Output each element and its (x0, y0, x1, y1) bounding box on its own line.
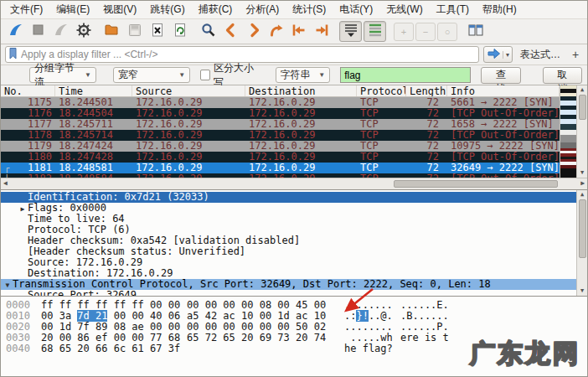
cell-protocol: TCP (357, 130, 406, 141)
packet-row-1176[interactable]: 1176 18.244504 172.16.0.29 172.16.0.29 T… (1, 108, 560, 119)
detail-checksum-status[interactable]: [Header checksum status: Unverified] (1, 246, 587, 257)
packet-row-1178[interactable]: 1178 18.245714 172.16.0.29 172.16.0.29 T… (1, 130, 560, 141)
reload-file-button[interactable] (169, 21, 190, 42)
cell-source: 172.16.0.29 (132, 119, 245, 130)
detail-header-checksum[interactable]: Header checksum: 0xa542 [validation disa… (1, 235, 587, 246)
packet-list-hscrollbar[interactable]: ◀ ▶ (1, 178, 587, 189)
go-first-button[interactable] (288, 21, 309, 42)
apply-filter-button[interactable]: ▾ (483, 46, 513, 63)
cell-length: 72 (406, 119, 447, 130)
save-file-button[interactable] (124, 21, 145, 42)
packet-row-1177[interactable]: 1177 18.245711 172.16.0.29 172.16.0.29 T… (1, 119, 560, 130)
go-forward-button[interactable] (243, 21, 264, 42)
case-sensitive-checkbox[interactable] (200, 70, 210, 80)
selected-ascii[interactable]: }! (356, 310, 368, 322)
expression-button[interactable]: 表达式… (517, 48, 564, 62)
find-packet-button[interactable] (198, 21, 219, 42)
scroll-right-icon[interactable]: ▶ (580, 179, 585, 187)
close-file-button[interactable] (147, 21, 168, 42)
menu-help[interactable]: 帮助(H) (480, 1, 519, 18)
detail-source-ip[interactable]: Source: 172.16.0.29 (1, 257, 587, 268)
packet-list-minimap[interactable] (560, 85, 576, 178)
menu-wireless[interactable]: 无线(W) (384, 1, 425, 18)
detail-ttl[interactable]: Time to live: 64 (1, 214, 587, 225)
packet-row-1175[interactable]: 1175 18.244501 172.16.0.29 172.16.0.29 T… (1, 97, 560, 108)
add-filter-button[interactable]: + (568, 47, 583, 62)
cell-length: 72 (406, 130, 447, 141)
cell-time: 18.244501 (55, 97, 132, 108)
column-header-info[interactable]: Info (447, 85, 560, 96)
go-to-packet-button[interactable] (266, 21, 286, 42)
detail-flags[interactable]: ▶Flags: 0x0000 (1, 203, 587, 214)
vscroll-thumb[interactable] (579, 199, 586, 258)
zoom-original-button[interactable]: ○ (437, 23, 457, 41)
column-header-destination[interactable]: Destination (245, 85, 357, 96)
packet-row-1181-selected[interactable]: ┌1181 18.248581 172.16.0.29 172.16.0.29 … (1, 163, 560, 173)
detail-protocol[interactable]: Protocol: TCP (6) (1, 225, 587, 235)
column-header-source[interactable]: Source (132, 85, 245, 96)
stop-capture-button[interactable] (28, 21, 49, 42)
search-width-dropdown[interactable]: 宽窄▼ (113, 67, 190, 83)
cell-info: 10975 → 2222 [SYN] Se (447, 141, 560, 152)
vscroll-thumb[interactable] (579, 95, 586, 120)
menu-capture[interactable]: 捕获(C) (196, 1, 235, 18)
cell-source: 172.16.0.29 (132, 152, 245, 163)
packet-row-1180[interactable]: 1180 18.247428 172.16.0.29 172.16.0.29 T… (1, 152, 560, 163)
packet-row-1179[interactable]: 1179 18.247424 172.16.0.29 172.16.0.29 T… (1, 141, 560, 152)
bookmark-icon[interactable] (8, 47, 18, 63)
expander-icon[interactable]: ▼ (3, 280, 13, 290)
detail-identification[interactable]: Identification: 0x7d21 (32033) (1, 192, 587, 203)
chevron-left-icon (223, 22, 240, 41)
menu-view[interactable]: 视图(V) (101, 1, 139, 18)
display-filter-input[interactable] (21, 49, 476, 60)
auto-scroll-toggle[interactable] (339, 21, 362, 42)
menu-analyze[interactable]: 分析(A) (243, 1, 281, 18)
restart-capture-button[interactable] (50, 21, 71, 42)
packet-details-pane: Identification: 0x7d21 (32033) ▶Flags: 0… (1, 190, 587, 297)
menu-file[interactable]: 文件(F) (8, 1, 45, 18)
details-vscrollbar[interactable]: ▲ ▼ (576, 190, 587, 296)
menu-tools[interactable]: 工具(T) (434, 1, 472, 18)
search-input[interactable] (340, 67, 471, 83)
scroll-up-icon[interactable]: ▲ (580, 190, 584, 199)
start-capture-button[interactable] (5, 21, 26, 42)
menu-edit[interactable]: 编辑(E) (54, 1, 92, 18)
detail-destination-ip[interactable]: Destination: 172.16.0.29 (1, 268, 587, 279)
scroll-left-icon[interactable]: ◀ (3, 179, 8, 187)
hscroll-thumb[interactable] (394, 180, 558, 188)
find-button[interactable]: 查找 (481, 67, 520, 84)
menu-statistics[interactable]: 统计(S) (290, 1, 328, 18)
column-header-time[interactable]: Time (55, 85, 132, 96)
detail-tcp-header[interactable]: ▼Transmission Control Protocol, Src Port… (1, 279, 587, 290)
scroll-down-icon[interactable]: ▼ (580, 168, 584, 178)
cancel-button[interactable]: 取消 (543, 67, 582, 84)
scroll-down-icon[interactable]: ▼ (580, 287, 584, 296)
zoom-in-button[interactable]: + (394, 23, 414, 41)
column-header-no[interactable]: No. (1, 85, 55, 96)
display-filter-bar: ▾ 表达式… + (1, 44, 587, 65)
apply-filter-caret[interactable]: ▾ (503, 51, 509, 59)
colorize-toggle[interactable] (364, 21, 386, 42)
go-last-button[interactable] (311, 21, 332, 42)
capture-options-button[interactable] (73, 21, 94, 42)
zoom-out-button[interactable]: − (415, 23, 436, 41)
column-header-length[interactable]: Length (406, 85, 447, 96)
cell-no: 1178 (1, 130, 55, 141)
stop-icon (30, 22, 47, 41)
packet-list-vscrollbar[interactable]: ▲ ▼ (576, 85, 587, 178)
resize-columns-button[interactable] (465, 21, 486, 42)
scroll-up-icon[interactable]: ▲ (580, 85, 584, 95)
go-back-button[interactable] (220, 21, 241, 42)
selected-bytes[interactable]: 7d 21 (77, 310, 107, 322)
search-type-dropdown[interactable]: 字符串▼ (276, 67, 331, 83)
cell-length: 72 (406, 108, 447, 119)
curved-arrow-icon (268, 22, 285, 41)
column-header-protocol[interactable]: Protocol (357, 85, 406, 96)
open-file-button[interactable] (101, 21, 122, 42)
menu-go[interactable]: 跳转(G) (147, 1, 187, 18)
chevron-right-icon (245, 22, 262, 41)
expander-icon[interactable]: ▶ (18, 204, 28, 214)
search-scope-dropdown[interactable]: 分组字节流▼ (29, 67, 96, 83)
menu-telephony[interactable]: 电话(Y) (337, 1, 375, 18)
detail-source-port[interactable]: Source Port: 32649 (1, 290, 587, 297)
